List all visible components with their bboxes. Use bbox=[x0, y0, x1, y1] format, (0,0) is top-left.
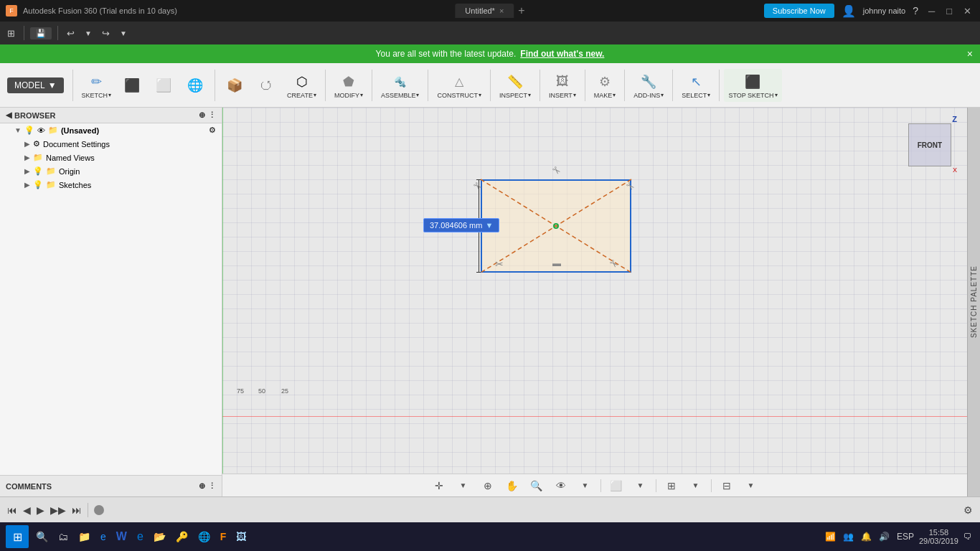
comments-bar[interactable]: COMMENTS ⊕ ⋮ bbox=[0, 475, 222, 496]
addins-button[interactable]: 🔧 ADD-INS ▾ bbox=[629, 69, 668, 102]
viewport[interactable]: 75 50 25 ✂ ✂ ✂ ✂ ▬ ✂ bbox=[222, 108, 980, 496]
model-dropdown[interactable]: MODEL ▼ bbox=[3, 75, 68, 96]
display-dropdown[interactable]: ▼ bbox=[742, 478, 760, 494]
language-label[interactable]: ESP bbox=[895, 530, 916, 543]
save-button[interactable]: 💾 bbox=[30, 27, 52, 39]
browser-item-named-views[interactable]: ▶ 📁 Named Views bbox=[0, 151, 222, 164]
settings-icon[interactable]: ⚙ bbox=[209, 126, 216, 135]
view-dropdown[interactable]: ▼ bbox=[631, 478, 650, 494]
tab-close-icon[interactable]: × bbox=[499, 6, 504, 15]
help-icon[interactable]: ? bbox=[913, 5, 918, 17]
zoom-button[interactable]: 🔍 bbox=[527, 478, 546, 494]
action-center-icon[interactable]: 🗨 bbox=[961, 530, 974, 543]
snap-button[interactable]: ✛ bbox=[430, 478, 448, 494]
task-view-button[interactable]: 🗂 bbox=[55, 528, 71, 545]
start-button[interactable]: ⊞ bbox=[6, 525, 29, 548]
sketch-stop-button[interactable]: ⬛ bbox=[117, 72, 147, 98]
close-button[interactable]: ✕ bbox=[961, 6, 974, 17]
word-icon[interactable]: W bbox=[113, 527, 130, 546]
model-arrow: ▼ bbox=[48, 80, 57, 90]
viewcube-face[interactable]: FRONT bbox=[908, 123, 951, 166]
copy-button[interactable]: ⊕ bbox=[479, 478, 497, 494]
browser-menu-button[interactable]: ⋮ bbox=[208, 110, 216, 120]
grid-menu-button[interactable]: ⊞ bbox=[4, 27, 18, 40]
sketch-globe-button[interactable]: 🌐 bbox=[180, 72, 210, 98]
timeline-next-button[interactable]: ▶▶ bbox=[50, 504, 66, 516]
timeline-prev-button[interactable]: ◀ bbox=[23, 504, 31, 516]
network-icon[interactable]: 📶 bbox=[823, 530, 838, 543]
select-button[interactable]: ↖ SELECT ▾ bbox=[677, 69, 715, 102]
keepass-icon[interactable]: 🔑 bbox=[173, 528, 191, 545]
banner-close-icon[interactable]: × bbox=[967, 48, 973, 60]
subscribe-button[interactable]: Subscribe Now bbox=[764, 4, 834, 18]
main-toolbar: MODEL ▼ ✏ SKETCH ▾ ⬛ ⬜ 🌐 📦 ⭯ ⬡ CREATE ▾ … bbox=[0, 63, 980, 108]
timeline: ⏮ ◀ ▶ ▶▶ ⏭ ⚙ bbox=[0, 496, 980, 522]
timeline-end-button[interactable]: ⏭ bbox=[72, 504, 82, 516]
notification-icon[interactable]: 🔔 bbox=[859, 530, 874, 543]
pan-button[interactable]: ✋ bbox=[503, 478, 522, 494]
sketch-create-button[interactable]: ✏ SKETCH ▾ bbox=[77, 69, 116, 102]
folder-icon[interactable]: 📂 bbox=[151, 528, 169, 545]
select-icon: ↖ bbox=[686, 72, 706, 92]
record-button[interactable] bbox=[94, 505, 104, 515]
user-name: johnny naito bbox=[863, 6, 905, 15]
comments-menu-icon[interactable]: ⋮ bbox=[208, 481, 216, 491]
snap-dropdown[interactable]: ▼ bbox=[454, 478, 473, 494]
modify-icon: ⬟ bbox=[339, 72, 359, 92]
assemble-icon: 🔩 bbox=[390, 72, 410, 92]
viewcube[interactable]: Z FRONT X bbox=[901, 115, 958, 172]
banner-link[interactable]: Find out what's new. bbox=[520, 49, 604, 59]
minimize-button[interactable]: ─ bbox=[925, 6, 938, 17]
create-group[interactable]: ⬡ CREATE ▾ bbox=[283, 69, 321, 102]
browser-item-unsaved[interactable]: ▼ 💡 👁 📁 (Unsaved) ⚙ bbox=[0, 123, 222, 137]
browser-add-button[interactable]: ⊕ bbox=[199, 110, 205, 120]
browser-item-sketches[interactable]: ▶ 💡 📁 Sketches bbox=[0, 178, 222, 192]
active-tab[interactable]: Untitled* × bbox=[455, 4, 514, 18]
model-label[interactable]: MODEL ▼ bbox=[7, 77, 64, 93]
file-explorer-icon[interactable]: 📁 bbox=[75, 528, 93, 545]
maximize-button[interactable]: □ bbox=[943, 6, 955, 17]
create-revolve-button[interactable]: ⭯ bbox=[251, 72, 281, 98]
timeline-settings-button[interactable]: ⚙ bbox=[963, 504, 973, 516]
arrow-icon: ▼ bbox=[14, 126, 22, 134]
chrome-icon[interactable]: 🌐 bbox=[195, 528, 213, 545]
timeline-play-button[interactable]: ▶ bbox=[37, 504, 44, 516]
new-tab-button[interactable]: + bbox=[518, 4, 524, 17]
timeline-start-button[interactable]: ⏮ bbox=[7, 504, 17, 516]
browser-item-doc-settings[interactable]: ▶ ⚙ Document Settings bbox=[0, 137, 222, 151]
redo-button[interactable]: ↪ bbox=[99, 27, 113, 40]
make-button[interactable]: ⚙ MAKE ▾ bbox=[590, 69, 621, 102]
ie-icon[interactable]: e bbox=[98, 528, 109, 545]
view-button[interactable]: ⬜ bbox=[607, 478, 626, 494]
browser-item-origin[interactable]: ▶ 💡 📁 Origin bbox=[0, 164, 222, 178]
look-at-button[interactable]: 👁 bbox=[552, 478, 570, 494]
insert-button[interactable]: 🖼 INSERT ▾ bbox=[545, 69, 580, 102]
grid-button[interactable]: ⊞ bbox=[662, 478, 681, 494]
stop-sketch-button[interactable]: ⬛ STOP SKETCH ▾ bbox=[724, 69, 781, 102]
undo-arrow[interactable]: ▼ bbox=[82, 28, 95, 39]
panel-collapse-icon[interactable]: ◀ bbox=[6, 110, 11, 120]
grid-dropdown[interactable]: ▼ bbox=[687, 478, 705, 494]
display-button[interactable]: ⊟ bbox=[717, 478, 736, 494]
redo-arrow[interactable]: ▼ bbox=[117, 28, 130, 39]
sketch-palette[interactable]: SKETCH PALETTE bbox=[967, 108, 980, 496]
account-icon[interactable]: 👤 bbox=[842, 4, 856, 18]
inspect-button[interactable]: 📏 INSPECT ▾ bbox=[495, 69, 535, 102]
fusion-icon[interactable]: F bbox=[217, 528, 230, 545]
photos-icon[interactable]: 🖼 bbox=[233, 528, 249, 545]
volume-icon[interactable]: 🔊 bbox=[877, 530, 892, 543]
assemble-button[interactable]: 🔩 ASSEMBLE ▾ bbox=[377, 69, 424, 102]
comments-add-icon[interactable]: ⊕ bbox=[199, 481, 205, 491]
search-button[interactable]: 🔍 bbox=[33, 528, 51, 545]
dimension-dropdown-icon[interactable]: ▼ bbox=[485, 221, 493, 230]
construct-button[interactable]: △ CONSTRUCT ▾ bbox=[433, 69, 486, 102]
dimension-input[interactable]: 37.084606 mm ▼ bbox=[423, 218, 499, 232]
undo-button[interactable]: ↩ bbox=[64, 27, 77, 40]
edge-icon[interactable]: e bbox=[134, 527, 146, 546]
create-extrude-button[interactable]: 📦 bbox=[220, 72, 250, 98]
sketch-project-button[interactable]: ⬜ bbox=[149, 72, 179, 98]
separator bbox=[624, 70, 625, 101]
modify-button[interactable]: ⬟ MODIFY ▾ bbox=[330, 69, 367, 102]
people-icon[interactable]: 👥 bbox=[841, 530, 856, 543]
look-dropdown[interactable]: ▼ bbox=[576, 478, 595, 494]
